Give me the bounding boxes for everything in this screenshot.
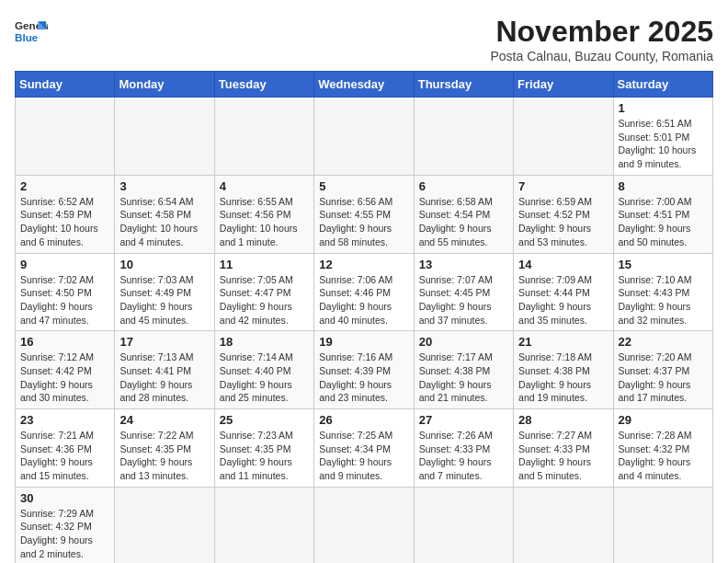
calendar-cell: 20Sunrise: 7:17 AM Sunset: 4:38 PM Dayli… bbox=[414, 331, 513, 409]
calendar-cell: 4Sunrise: 6:55 AM Sunset: 4:56 PM Daylig… bbox=[214, 175, 313, 253]
day-number: 28 bbox=[518, 413, 608, 427]
day-info: Sunrise: 7:03 AM Sunset: 4:49 PM Dayligh… bbox=[119, 273, 209, 327]
calendar-cell bbox=[314, 98, 414, 176]
calendar-cell: 23Sunrise: 7:21 AM Sunset: 4:36 PM Dayli… bbox=[16, 409, 115, 488]
day-info: Sunrise: 7:06 AM Sunset: 4:46 PM Dayligh… bbox=[319, 273, 408, 327]
calendar-cell: 9Sunrise: 7:02 AM Sunset: 4:50 PM Daylig… bbox=[16, 253, 115, 331]
day-info: Sunrise: 7:28 AM Sunset: 4:32 PM Dayligh… bbox=[619, 429, 708, 483]
calendar-week-6: 30Sunrise: 7:29 AM Sunset: 4:32 PM Dayli… bbox=[16, 487, 713, 563]
calendar-cell: 16Sunrise: 7:12 AM Sunset: 4:42 PM Dayli… bbox=[16, 331, 115, 409]
calendar-week-1: 1Sunrise: 6:51 AM Sunset: 5:01 PM Daylig… bbox=[16, 98, 713, 176]
calendar-cell: 18Sunrise: 7:14 AM Sunset: 4:40 PM Dayli… bbox=[214, 331, 313, 409]
calendar-cell bbox=[414, 98, 513, 176]
calendar-cell: 21Sunrise: 7:18 AM Sunset: 4:38 PM Dayli… bbox=[514, 331, 613, 409]
calendar-cell: 29Sunrise: 7:28 AM Sunset: 4:32 PM Dayli… bbox=[613, 409, 712, 488]
day-info: Sunrise: 6:56 AM Sunset: 4:55 PM Dayligh… bbox=[319, 195, 408, 249]
day-number: 18 bbox=[220, 335, 309, 349]
day-number: 2 bbox=[20, 179, 109, 193]
calendar-cell: 14Sunrise: 7:09 AM Sunset: 4:44 PM Dayli… bbox=[514, 253, 613, 331]
day-number: 7 bbox=[518, 179, 608, 193]
calendar-cell bbox=[115, 487, 214, 563]
day-info: Sunrise: 7:20 AM Sunset: 4:37 PM Dayligh… bbox=[619, 350, 708, 405]
col-header-sunday: Sunday bbox=[16, 72, 115, 98]
calendar-cell: 24Sunrise: 7:22 AM Sunset: 4:35 PM Dayli… bbox=[115, 409, 214, 488]
day-info: Sunrise: 7:05 AM Sunset: 4:47 PM Dayligh… bbox=[220, 273, 309, 327]
calendar-cell: 1Sunrise: 6:51 AM Sunset: 5:01 PM Daylig… bbox=[613, 98, 712, 176]
month-title: November 2025 bbox=[490, 15, 713, 49]
day-number: 30 bbox=[20, 491, 109, 505]
day-number: 5 bbox=[319, 179, 408, 193]
day-number: 19 bbox=[319, 335, 408, 349]
calendar-header-row: SundayMondayTuesdayWednesdayThursdayFrid… bbox=[16, 72, 713, 98]
day-info: Sunrise: 7:13 AM Sunset: 4:41 PM Dayligh… bbox=[119, 350, 209, 405]
calendar-cell: 7Sunrise: 6:59 AM Sunset: 4:52 PM Daylig… bbox=[514, 175, 613, 253]
day-info: Sunrise: 7:17 AM Sunset: 4:38 PM Dayligh… bbox=[419, 350, 508, 405]
day-info: Sunrise: 6:51 AM Sunset: 5:01 PM Dayligh… bbox=[619, 117, 708, 171]
day-info: Sunrise: 7:26 AM Sunset: 4:33 PM Dayligh… bbox=[419, 429, 508, 483]
col-header-saturday: Saturday bbox=[613, 72, 712, 98]
day-info: Sunrise: 7:02 AM Sunset: 4:50 PM Dayligh… bbox=[20, 273, 109, 327]
day-info: Sunrise: 7:23 AM Sunset: 4:35 PM Dayligh… bbox=[220, 429, 309, 483]
day-number: 3 bbox=[119, 179, 209, 193]
calendar-cell: 2Sunrise: 6:52 AM Sunset: 4:59 PM Daylig… bbox=[16, 175, 115, 253]
calendar-cell: 6Sunrise: 6:58 AM Sunset: 4:54 PM Daylig… bbox=[414, 175, 513, 253]
calendar-cell: 19Sunrise: 7:16 AM Sunset: 4:39 PM Dayli… bbox=[314, 331, 414, 409]
day-number: 10 bbox=[119, 258, 209, 271]
svg-text:Blue: Blue bbox=[15, 31, 39, 43]
col-header-friday: Friday bbox=[514, 72, 613, 98]
day-info: Sunrise: 6:55 AM Sunset: 4:56 PM Dayligh… bbox=[220, 195, 309, 249]
day-info: Sunrise: 7:21 AM Sunset: 4:36 PM Dayligh… bbox=[20, 429, 109, 483]
logo: General Blue bbox=[15, 15, 48, 48]
page-header: General Blue November 2025 Posta Calnau,… bbox=[15, 15, 713, 63]
day-number: 20 bbox=[419, 335, 508, 349]
day-info: Sunrise: 7:10 AM Sunset: 4:43 PM Dayligh… bbox=[619, 273, 708, 327]
calendar-cell: 8Sunrise: 7:00 AM Sunset: 4:51 PM Daylig… bbox=[613, 175, 712, 253]
calendar-cell bbox=[115, 98, 214, 176]
calendar-cell bbox=[314, 487, 414, 563]
calendar-week-3: 9Sunrise: 7:02 AM Sunset: 4:50 PM Daylig… bbox=[16, 253, 713, 331]
day-number: 8 bbox=[619, 179, 708, 193]
day-info: Sunrise: 7:18 AM Sunset: 4:38 PM Dayligh… bbox=[518, 350, 608, 405]
day-info: Sunrise: 7:00 AM Sunset: 4:51 PM Dayligh… bbox=[619, 195, 708, 249]
day-number: 21 bbox=[518, 335, 608, 349]
day-info: Sunrise: 7:22 AM Sunset: 4:35 PM Dayligh… bbox=[119, 429, 209, 483]
day-info: Sunrise: 7:29 AM Sunset: 4:32 PM Dayligh… bbox=[20, 507, 109, 561]
day-info: Sunrise: 6:58 AM Sunset: 4:54 PM Dayligh… bbox=[419, 195, 508, 249]
day-info: Sunrise: 6:52 AM Sunset: 4:59 PM Dayligh… bbox=[20, 195, 109, 249]
col-header-monday: Monday bbox=[115, 72, 214, 98]
calendar-cell bbox=[214, 98, 313, 176]
day-number: 24 bbox=[119, 413, 209, 427]
day-info: Sunrise: 7:27 AM Sunset: 4:33 PM Dayligh… bbox=[518, 429, 608, 483]
day-number: 29 bbox=[619, 413, 708, 427]
calendar-cell: 11Sunrise: 7:05 AM Sunset: 4:47 PM Dayli… bbox=[214, 253, 313, 331]
logo-icon: General Blue bbox=[15, 15, 48, 48]
calendar-cell bbox=[414, 487, 513, 563]
calendar-cell: 10Sunrise: 7:03 AM Sunset: 4:49 PM Dayli… bbox=[115, 253, 214, 331]
calendar-cell: 28Sunrise: 7:27 AM Sunset: 4:33 PM Dayli… bbox=[514, 409, 613, 488]
calendar-cell: 12Sunrise: 7:06 AM Sunset: 4:46 PM Dayli… bbox=[314, 253, 414, 331]
location-subtitle: Posta Calnau, Buzau County, Romania bbox=[490, 49, 713, 63]
day-number: 4 bbox=[220, 179, 309, 193]
calendar-cell bbox=[514, 98, 613, 176]
calendar-cell: 13Sunrise: 7:07 AM Sunset: 4:45 PM Dayli… bbox=[414, 253, 513, 331]
calendar-week-5: 23Sunrise: 7:21 AM Sunset: 4:36 PM Dayli… bbox=[16, 409, 713, 488]
day-number: 23 bbox=[20, 413, 109, 427]
day-number: 13 bbox=[419, 258, 508, 271]
calendar-cell bbox=[16, 98, 115, 176]
day-info: Sunrise: 7:09 AM Sunset: 4:44 PM Dayligh… bbox=[518, 273, 608, 327]
col-header-wednesday: Wednesday bbox=[314, 72, 414, 98]
calendar-cell: 5Sunrise: 6:56 AM Sunset: 4:55 PM Daylig… bbox=[314, 175, 414, 253]
calendar-week-4: 16Sunrise: 7:12 AM Sunset: 4:42 PM Dayli… bbox=[16, 331, 713, 409]
day-number: 6 bbox=[419, 179, 508, 193]
calendar-cell: 30Sunrise: 7:29 AM Sunset: 4:32 PM Dayli… bbox=[16, 487, 115, 563]
calendar-cell: 27Sunrise: 7:26 AM Sunset: 4:33 PM Dayli… bbox=[414, 409, 513, 488]
day-info: Sunrise: 7:25 AM Sunset: 4:34 PM Dayligh… bbox=[319, 429, 408, 483]
day-number: 9 bbox=[20, 258, 109, 271]
day-number: 11 bbox=[220, 258, 309, 271]
day-number: 25 bbox=[220, 413, 309, 427]
calendar-table: SundayMondayTuesdayWednesdayThursdayFrid… bbox=[15, 71, 713, 563]
col-header-tuesday: Tuesday bbox=[214, 72, 313, 98]
calendar-cell: 26Sunrise: 7:25 AM Sunset: 4:34 PM Dayli… bbox=[314, 409, 414, 488]
day-number: 27 bbox=[419, 413, 508, 427]
title-area: November 2025 Posta Calnau, Buzau County… bbox=[490, 15, 713, 63]
